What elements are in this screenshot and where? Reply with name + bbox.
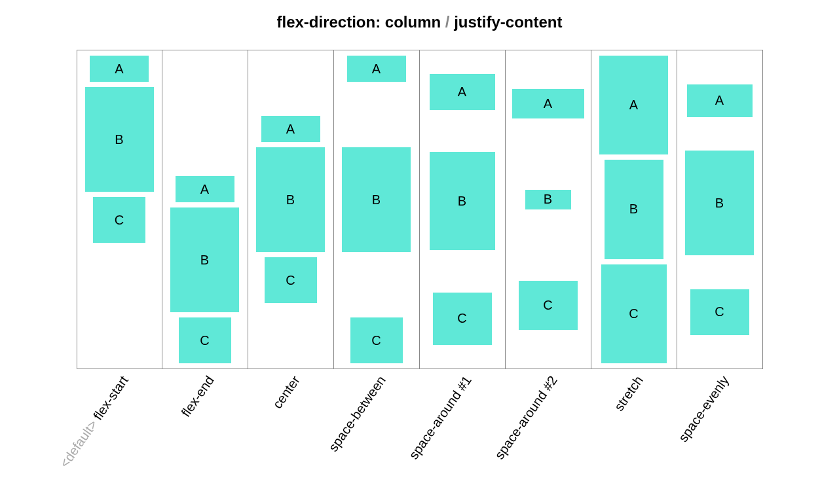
column-label-area: center [248,373,334,484]
default-marker: <default> [57,414,102,470]
column-label-text: stretch [612,373,646,414]
title-separator: / [445,13,450,31]
column-label: flex-end [178,373,217,420]
column-space-around-1: ABCspace-around #1 [420,50,506,484]
flex-container-space-between: ABC [334,50,420,369]
flex-container-space-around-1: ABC [420,50,506,369]
flex-item: C [350,317,403,363]
flex-container-center: ABC [248,50,334,369]
column-label: <default> flex-start [57,373,132,471]
column-label-area: <default> flex-start [77,373,162,484]
flex-item: A [687,84,753,117]
column-label-area: space-around #1 [420,373,506,484]
flex-item: C [690,289,749,335]
flex-item: B [525,190,571,209]
flex-item: B [170,207,239,312]
column-label-text: space-between [326,373,388,454]
column-label-text: flex-start [90,373,131,422]
column-flex-start: ABC<default> flex-start [77,50,162,484]
flex-item: C [601,264,667,363]
column-label-area: flex-end [162,373,248,484]
flex-item: A [261,116,320,142]
column-label-area: space-around #2 [506,373,591,484]
flex-item: B [342,147,411,252]
flex-item: A [430,74,495,110]
flex-item: A [512,89,584,118]
column-label-area: space-between [334,373,420,484]
diagram-title: flex-direction: column / justify-content [0,13,839,31]
column-stretch: ABCstretch [591,50,677,484]
column-flex-end: ABCflex-end [162,50,248,484]
column-space-evenly: ABCspace-evenly [677,50,763,484]
flex-container-space-around-2: ABC [506,50,591,369]
flex-item: B [685,151,754,255]
column-label: center [270,373,303,412]
column-center: ABCcenter [248,50,334,484]
flex-container-space-evenly: ABC [677,50,763,369]
column-label-area: stretch [591,373,677,484]
title-main: flex-direction: column [276,13,441,31]
flex-item: B [430,152,495,250]
flex-container-flex-start: ABC [77,50,162,369]
column-label-area: space-evenly [677,373,763,484]
column-label-text: flex-end [178,373,217,420]
column-label: space-between [326,373,389,454]
column-label-text: space-evenly [675,373,732,444]
column-space-between: ABCspace-between [334,50,420,484]
flex-item: B [605,160,663,259]
flex-item: C [519,281,578,330]
columns-grid: ABC<default> flex-startABCflex-endABCcen… [77,50,763,484]
flex-item: B [256,147,325,252]
column-space-around-2: ABCspace-around #2 [506,50,591,484]
flex-container-stretch: ABC [591,50,677,369]
flex-item: C [93,197,145,243]
column-label: space-evenly [675,373,732,445]
flex-item: C [179,317,231,363]
flex-item: A [599,56,668,154]
flex-item: A [347,56,406,82]
column-label: stretch [612,373,646,414]
flex-item: C [433,293,492,345]
column-label-text: center [270,373,303,411]
flex-container-flex-end: ABC [162,50,248,369]
flex-item: C [265,257,317,303]
flex-item: A [176,176,234,202]
flex-item: B [85,87,154,192]
flex-item: A [90,56,149,82]
title-sub: justify-content [454,13,562,31]
